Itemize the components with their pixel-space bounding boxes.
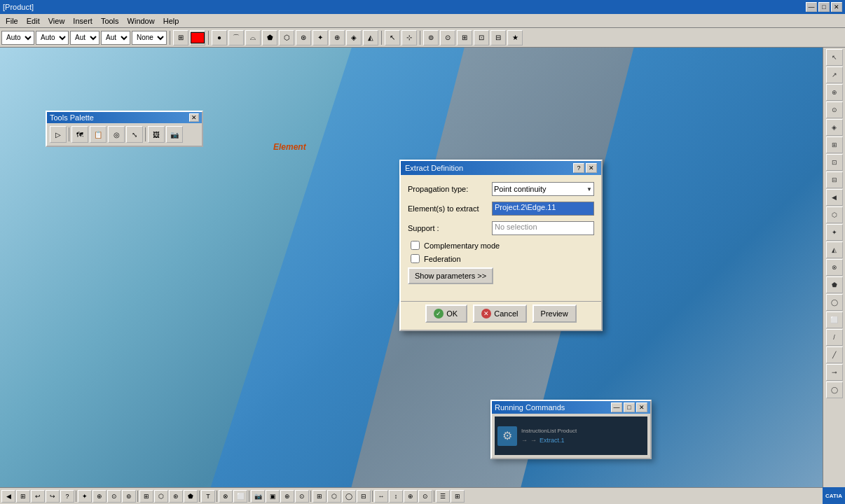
rt-btn-3[interactable]: ⊕ xyxy=(826,84,843,101)
dialog-help-button[interactable]: ? xyxy=(573,163,584,173)
rt-btn-1[interactable]: ↖ xyxy=(826,49,843,66)
propagation-type-select[interactable]: Point continuity ▼ xyxy=(492,182,594,196)
rt-btn-8[interactable]: ⊟ xyxy=(826,172,843,188)
toolbar-dropdown-5[interactable]: None xyxy=(132,31,167,45)
rt-btn-5[interactable]: ◈ xyxy=(826,119,843,136)
toolbar-dropdown-2[interactable]: Auto xyxy=(36,31,69,45)
bt-btn-6[interactable]: ✦ xyxy=(78,490,92,503)
toolbar-btn-a[interactable]: ⊚ xyxy=(423,30,439,46)
maximize-button[interactable]: □ xyxy=(818,2,830,12)
menu-view[interactable]: View xyxy=(44,15,69,27)
bt-btn-25[interactable]: ↔ xyxy=(374,490,388,503)
bt-btn-15[interactable]: ⊗ xyxy=(219,490,233,503)
menu-insert[interactable]: Insert xyxy=(69,15,97,27)
toolbar-btn-1[interactable]: ● xyxy=(212,30,227,46)
rt-btn-13[interactable]: ⊗ xyxy=(826,259,843,276)
palette-close-button[interactable]: ✕ xyxy=(189,113,199,122)
preview-button[interactable]: Preview xyxy=(533,304,577,323)
palette-btn-7[interactable]: 📷 xyxy=(166,126,183,143)
support-input[interactable]: No selection xyxy=(492,221,594,235)
close-button[interactable]: ✕ xyxy=(831,2,842,12)
ok-button[interactable]: ✓ OK xyxy=(425,304,467,323)
toolbar-btn-6[interactable]: ⊛ xyxy=(296,30,311,46)
toolbar-btn-10[interactable]: ◭ xyxy=(363,30,378,46)
rt-btn-14[interactable]: ⬟ xyxy=(826,276,843,293)
menu-edit[interactable]: Edit xyxy=(22,15,44,27)
bt-btn-10[interactable]: ⊞ xyxy=(139,490,153,503)
bt-btn-13[interactable]: ⬟ xyxy=(184,490,198,503)
bt-btn-16[interactable]: ⬜ xyxy=(233,490,247,503)
toolbar-btn-b[interactable]: ⊙ xyxy=(440,30,455,46)
toolbar-btn-8[interactable]: ⊕ xyxy=(329,30,345,46)
menu-tools[interactable]: Tools xyxy=(97,15,123,27)
toolbar-btn-3[interactable]: ⌓ xyxy=(245,30,261,46)
rt-btn-6[interactable]: ⊞ xyxy=(826,136,843,153)
running-cmd-minimize[interactable]: — xyxy=(611,402,622,412)
bt-btn-28[interactable]: ⊙ xyxy=(418,490,432,503)
bt-btn-1[interactable]: ◀ xyxy=(1,490,15,503)
rt-btn-15[interactable]: ◯ xyxy=(826,294,843,311)
federation-checkbox[interactable] xyxy=(411,254,420,263)
bt-btn-5[interactable]: ? xyxy=(60,490,74,503)
bt-btn-12[interactable]: ⊛ xyxy=(169,490,183,503)
complementary-mode-checkbox[interactable] xyxy=(411,241,420,250)
toolbar-dropdown-1[interactable]: Auto xyxy=(1,31,34,45)
bt-btn-4[interactable]: ↪ xyxy=(46,490,60,503)
bt-btn-27[interactable]: ⊕ xyxy=(404,490,418,503)
rt-btn-10[interactable]: ⬡ xyxy=(826,206,843,223)
minimize-button[interactable]: — xyxy=(806,2,817,12)
rt-btn-20[interactable]: ◯ xyxy=(826,382,843,398)
bt-btn-29[interactable]: ☰ xyxy=(436,490,450,503)
toolbar-btn-9[interactable]: ◈ xyxy=(346,30,362,46)
toolbar-btn-d[interactable]: ⊡ xyxy=(474,30,489,46)
palette-btn-5[interactable]: ⤡ xyxy=(126,126,143,143)
palette-btn-2[interactable]: 🗺 xyxy=(71,126,88,143)
bt-btn-26[interactable]: ↕ xyxy=(389,490,403,503)
show-parameters-button[interactable]: Show parameters >> xyxy=(408,267,493,284)
rt-btn-11[interactable]: ✦ xyxy=(826,224,843,241)
bt-btn-20[interactable]: ⊙ xyxy=(295,490,309,503)
rt-btn-18[interactable]: ╱ xyxy=(826,346,843,363)
bt-btn-2[interactable]: ⊞ xyxy=(16,490,30,503)
bt-btn-7[interactable]: ⊕ xyxy=(92,490,107,503)
running-cmd-restore[interactable]: □ xyxy=(624,402,635,412)
toolbar-btn-select[interactable]: ⊹ xyxy=(401,30,417,46)
bt-btn-11[interactable]: ⬡ xyxy=(154,490,168,503)
rt-btn-16[interactable]: ⬜ xyxy=(826,312,843,328)
bt-btn-23[interactable]: ◯ xyxy=(342,490,356,503)
rt-btn-12[interactable]: ◭ xyxy=(826,241,843,258)
toolbar-btn-color[interactable] xyxy=(190,30,205,46)
rt-btn-9[interactable]: ◀ xyxy=(826,189,843,206)
bt-btn-14[interactable]: T xyxy=(201,490,215,503)
rt-btn-2[interactable]: ↗ xyxy=(826,66,843,83)
rt-btn-4[interactable]: ⊙ xyxy=(826,102,843,118)
palette-btn-3[interactable]: 📋 xyxy=(90,126,107,143)
bt-btn-18[interactable]: ▣ xyxy=(266,490,280,503)
menu-help[interactable]: Help xyxy=(159,15,184,27)
toolbar-btn-7[interactable]: ✦ xyxy=(312,30,328,46)
elements-input[interactable]: Project.2\Edge.11 xyxy=(492,202,594,216)
palette-btn-6[interactable]: 🖼 xyxy=(148,126,165,143)
bt-btn-21[interactable]: ⊞ xyxy=(312,490,327,503)
rt-btn-17[interactable]: / xyxy=(826,329,843,346)
menu-window[interactable]: Window xyxy=(123,15,159,27)
dialog-close-button[interactable]: ✕ xyxy=(586,163,597,173)
bt-btn-30[interactable]: ⊞ xyxy=(451,490,465,503)
palette-btn-4[interactable]: ◎ xyxy=(108,126,125,143)
toolbar-btn-4[interactable]: ⬟ xyxy=(262,30,277,46)
toolbar-btn-c[interactable]: ⊞ xyxy=(457,30,472,46)
cancel-button[interactable]: ✕ Cancel xyxy=(473,304,526,323)
rt-btn-19[interactable]: ⊸ xyxy=(826,364,843,381)
palette-btn-1[interactable]: ▷ xyxy=(50,126,67,143)
running-cmd-close[interactable]: ✕ xyxy=(636,402,647,412)
bt-btn-3[interactable]: ↩ xyxy=(31,490,45,503)
rt-btn-7[interactable]: ⊡ xyxy=(826,154,843,171)
toolbar-btn-5[interactable]: ⬡ xyxy=(279,30,294,46)
toolbar-btn-snap[interactable]: ⊞ xyxy=(173,30,188,46)
toolbar-dropdown-4[interactable]: Aut xyxy=(101,31,130,45)
bt-btn-17[interactable]: 📷 xyxy=(251,490,265,503)
bt-btn-22[interactable]: ⬡ xyxy=(327,490,341,503)
menu-file[interactable]: File xyxy=(1,15,22,27)
toolbar-btn-f[interactable]: ★ xyxy=(507,30,523,46)
bt-btn-19[interactable]: ⊕ xyxy=(280,490,294,503)
